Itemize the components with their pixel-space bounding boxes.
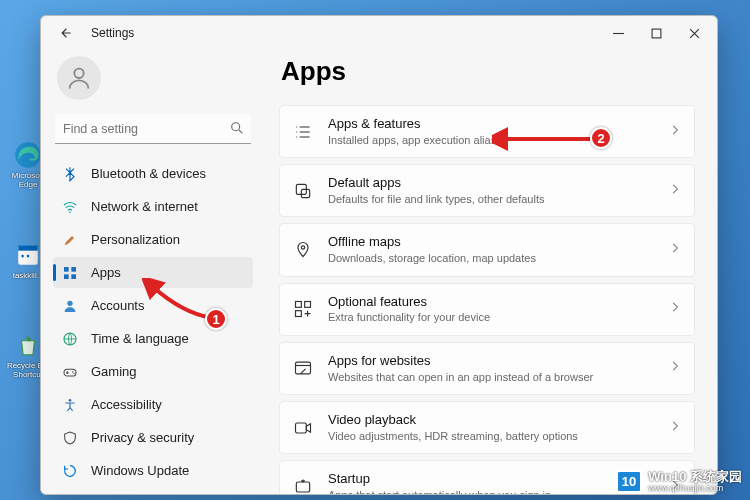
svg-rect-5: [652, 29, 661, 38]
card-subtitle: Video adjustments, HDR streaming, batter…: [328, 429, 654, 443]
svg-point-18: [69, 399, 72, 402]
watermark-line2: www.qdhuajin.com: [648, 484, 742, 494]
sidebar-item-gaming[interactable]: Gaming: [53, 356, 253, 387]
svg-point-4: [27, 254, 30, 257]
svg-point-13: [67, 300, 72, 305]
edge-icon: [13, 140, 43, 170]
close-icon: [689, 28, 700, 39]
svg-rect-9: [64, 267, 69, 272]
sidebar-item-accounts[interactable]: Accounts: [53, 290, 253, 321]
svg-rect-10: [71, 267, 76, 272]
svg-rect-12: [71, 274, 76, 279]
wifi-icon: [61, 198, 79, 216]
titlebar: Settings: [41, 16, 717, 50]
card-subtitle: Websites that can open in an app instead…: [328, 370, 654, 384]
arrow-left-icon: [59, 26, 73, 40]
sidebar-item-label: Accessibility: [91, 397, 162, 412]
map-icon: [292, 239, 314, 261]
sidebar: Bluetooth & devicesNetwork & internetPer…: [41, 50, 261, 494]
chevron-right-icon: [668, 182, 682, 200]
sidebar-item-label: Privacy & security: [91, 430, 194, 445]
maximize-button[interactable]: [637, 18, 675, 48]
default-icon: [292, 180, 314, 202]
sidebar-item-time-language[interactable]: Time & language: [53, 323, 253, 354]
card-subtitle: Installed apps, app execution aliases: [328, 133, 654, 147]
minimize-button[interactable]: [599, 18, 637, 48]
access-icon: [61, 396, 79, 414]
chevron-right-icon: [668, 419, 682, 437]
svg-rect-15: [64, 369, 76, 376]
svg-point-17: [73, 372, 74, 373]
settings-card-apps-features[interactable]: Apps & featuresInstalled apps, app execu…: [279, 105, 695, 158]
settings-card-apps-for-websites[interactable]: Apps for websitesWebsites that can open …: [279, 342, 695, 395]
card-subtitle: Defaults for file and link types, other …: [328, 192, 654, 206]
maximize-icon: [651, 28, 662, 39]
watermark-line1: Win10 系统家园: [648, 469, 742, 484]
sidebar-item-label: Accounts: [91, 298, 144, 313]
settings-card-default-apps[interactable]: Default appsDefaults for file and link t…: [279, 164, 695, 217]
sidebar-item-privacy-security[interactable]: Privacy & security: [53, 422, 253, 453]
watermark: 10 Win10 系统家园 www.qdhuajin.com: [616, 470, 742, 494]
card-title: Optional features: [328, 294, 654, 311]
svg-point-7: [232, 123, 240, 131]
sidebar-item-apps[interactable]: Apps: [53, 257, 253, 288]
card-title: Video playback: [328, 412, 654, 429]
sidebar-item-label: Bluetooth & devices: [91, 166, 206, 181]
chevron-right-icon: [668, 300, 682, 318]
main-content: Apps Apps & featuresInstalled apps, app …: [261, 50, 717, 494]
sidebar-item-label: Personalization: [91, 232, 180, 247]
shield-icon: [61, 429, 79, 447]
recycle-bin-icon: [13, 330, 43, 360]
search-box[interactable]: [55, 114, 251, 144]
sidebar-item-accessibility[interactable]: Accessibility: [53, 389, 253, 420]
globe-icon: [61, 330, 79, 348]
svg-rect-24: [296, 311, 302, 317]
svg-point-6: [74, 69, 83, 78]
startup-icon: [292, 476, 314, 494]
sidebar-item-label: Network & internet: [91, 199, 198, 214]
svg-rect-2: [18, 245, 38, 250]
card-title: Apps & features: [328, 116, 654, 133]
svg-rect-26: [296, 423, 307, 433]
update-icon: [61, 462, 79, 480]
svg-rect-23: [305, 302, 311, 308]
bluetooth-icon: [61, 165, 79, 183]
card-subtitle: Downloads, storage location, map updates: [328, 251, 654, 265]
back-button[interactable]: [55, 22, 77, 44]
watermark-badge: 10: [616, 470, 642, 493]
settings-card-optional-features[interactable]: Optional featuresExtra functionality for…: [279, 283, 695, 336]
svg-rect-27: [296, 482, 309, 492]
settings-window: Settings Bluetooth & devicesNet: [40, 15, 718, 495]
settings-card-offline-maps[interactable]: Offline mapsDownloads, storage location,…: [279, 223, 695, 276]
brush-icon: [61, 231, 79, 249]
window-title: Settings: [91, 26, 134, 40]
chevron-right-icon: [668, 359, 682, 377]
svg-point-3: [21, 254, 24, 257]
nav-list: Bluetooth & devicesNetwork & internetPer…: [53, 158, 253, 486]
search-icon: [229, 120, 245, 140]
search-input[interactable]: [55, 114, 251, 144]
sidebar-item-personalization[interactable]: Personalization: [53, 224, 253, 255]
person-icon: [61, 297, 79, 315]
chevron-right-icon: [668, 241, 682, 259]
svg-rect-22: [296, 302, 302, 308]
batch-file-icon: [13, 240, 43, 270]
card-subtitle: Apps that start automatically when you s…: [328, 488, 654, 494]
sidebar-item-network-internet[interactable]: Network & internet: [53, 191, 253, 222]
sidebar-item-label: Windows Update: [91, 463, 189, 478]
card-title: Offline maps: [328, 234, 654, 251]
game-icon: [61, 363, 79, 381]
svg-point-16: [72, 371, 73, 372]
svg-point-21: [301, 246, 304, 249]
apps-icon: [61, 264, 79, 282]
card-title: Default apps: [328, 175, 654, 192]
settings-card-video-playback[interactable]: Video playbackVideo adjustments, HDR str…: [279, 401, 695, 454]
sidebar-item-label: Gaming: [91, 364, 137, 379]
sidebar-item-label: Time & language: [91, 331, 189, 346]
sidebar-item-bluetooth-devices[interactable]: Bluetooth & devices: [53, 158, 253, 189]
user-avatar[interactable]: [57, 56, 101, 100]
svg-rect-11: [64, 274, 69, 279]
close-button[interactable]: [675, 18, 713, 48]
card-title: Apps for websites: [328, 353, 654, 370]
sidebar-item-windows-update[interactable]: Windows Update: [53, 455, 253, 486]
